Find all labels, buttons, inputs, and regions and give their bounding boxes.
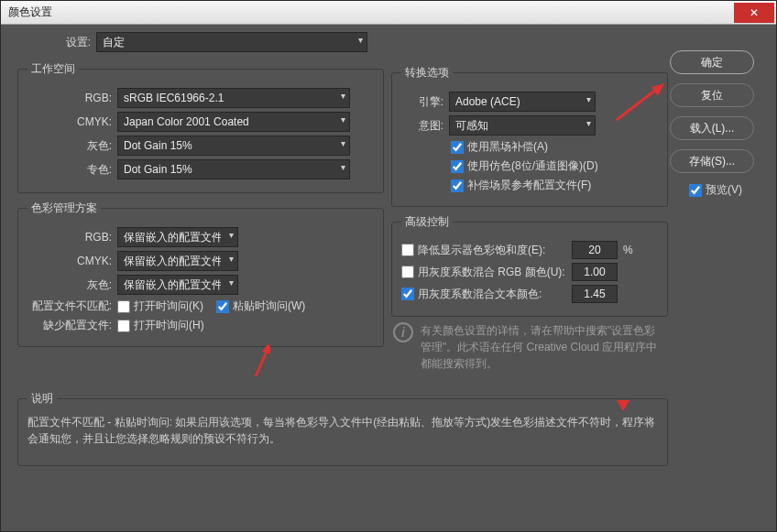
desaturate-monitor[interactable]: 降低显示器色彩饱和度(E): bbox=[401, 243, 572, 258]
pol-rgb-select[interactable]: 保留嵌入的配置文件 bbox=[117, 227, 238, 247]
engine-select[interactable]: Adobe (ACE) bbox=[449, 92, 596, 112]
right-column: 转换选项 引擎: Adobe (ACE) 意图: 可感知 使用黑场补偿(A) 使… bbox=[391, 65, 668, 377]
intent-select[interactable]: 可感知 bbox=[449, 115, 596, 136]
blend-rgb-checkbox[interactable] bbox=[401, 266, 414, 278]
blend-text-gamma[interactable]: 用灰度系数混合文本颜色: bbox=[401, 287, 572, 302]
description-text: 配置文件不匹配 - 粘贴时询问: 如果启用该选项，每当将色彩导入文件中(经由粘贴… bbox=[27, 414, 658, 447]
ask-open-mismatch[interactable]: 打开时询问(K) bbox=[117, 299, 203, 314]
desaturate-unit: % bbox=[618, 244, 633, 256]
workspace-legend: 工作空间 bbox=[27, 61, 79, 77]
description-group: 说明 配置文件不匹配 - 粘贴时询问: 如果启用该选项，每当将色彩导入文件中(经… bbox=[17, 391, 668, 466]
pol-cmyk-select[interactable]: 保留嵌入的配置文件 bbox=[117, 251, 238, 271]
color-settings-dialog: 颜色设置 ✕ 设置: 自定 工作空间 RGB: sRGB IEC61966-2.… bbox=[0, 0, 777, 532]
ws-spot-select[interactable]: Dot Gain 15% bbox=[117, 159, 350, 179]
desaturate-checkbox[interactable] bbox=[401, 244, 414, 256]
black-point-comp[interactable]: 使用黑场补偿(A) bbox=[451, 139, 548, 155]
convert-legend: 转换选项 bbox=[401, 65, 453, 81]
blend-rgb-value[interactable] bbox=[572, 263, 618, 281]
ask-paste-mismatch-checkbox[interactable] bbox=[216, 300, 229, 313]
black-point-checkbox[interactable] bbox=[451, 141, 464, 154]
side-buttons: 确定 复位 载入(L)... 存储(S)... 预览(V) bbox=[670, 50, 761, 198]
close-icon: ✕ bbox=[750, 6, 759, 19]
info-row: i 有关颜色设置的详情，请在帮助中搜索"设置色彩管理"。此术语在任何 Creat… bbox=[391, 317, 668, 377]
policy-group: 色彩管理方案 RGB: 保留嵌入的配置文件 CMYK: 保留嵌入的配置文件 灰色… bbox=[17, 201, 384, 347]
annotation-arrow-1 bbox=[250, 343, 270, 380]
preview-checkbox[interactable] bbox=[689, 184, 702, 197]
save-button[interactable]: 存储(S)... bbox=[670, 149, 754, 173]
window-title: 颜色设置 bbox=[8, 5, 734, 20]
pol-gray-select[interactable]: 保留嵌入的配置文件 bbox=[117, 275, 238, 295]
pol-rgb-label: RGB: bbox=[27, 231, 117, 244]
use-dither[interactable]: 使用仿色(8位/通道图像)(D) bbox=[451, 158, 598, 174]
description-legend: 说明 bbox=[27, 391, 57, 407]
ask-open-missing-checkbox[interactable] bbox=[117, 320, 130, 332]
ask-paste-mismatch[interactable]: 粘贴时询问(W) bbox=[216, 299, 305, 314]
convert-group: 转换选项 引擎: Adobe (ACE) 意图: 可感知 使用黑场补偿(A) 使… bbox=[391, 65, 668, 207]
desaturate-value[interactable] bbox=[572, 241, 618, 259]
ws-gray-select[interactable]: Dot Gain 15% bbox=[117, 136, 350, 156]
ask-open-mismatch-checkbox[interactable] bbox=[117, 300, 130, 313]
pol-cmyk-label: CMYK: bbox=[27, 255, 117, 267]
missing-label: 缺少配置文件: bbox=[27, 318, 117, 333]
info-text: 有关颜色设置的详情，请在帮助中搜索"设置色彩管理"。此术语在任何 Creativ… bbox=[421, 322, 666, 372]
ws-spot-label: 专色: bbox=[27, 162, 117, 178]
pol-gray-label: 灰色: bbox=[27, 277, 117, 293]
scene-ref-checkbox[interactable] bbox=[451, 179, 464, 192]
dither-checkbox[interactable] bbox=[451, 160, 464, 173]
advanced-legend: 高级控制 bbox=[401, 214, 453, 230]
engine-label: 引擎: bbox=[401, 94, 449, 110]
ws-gray-label: 灰色: bbox=[27, 138, 117, 154]
preview-toggle[interactable]: 预览(V) bbox=[689, 182, 742, 198]
ask-open-missing[interactable]: 打开时询问(H) bbox=[117, 318, 204, 333]
reset-button[interactable]: 复位 bbox=[670, 83, 754, 107]
title-bar: 颜色设置 ✕ bbox=[1, 1, 776, 25]
ok-button[interactable]: 确定 bbox=[670, 50, 754, 74]
close-button[interactable]: ✕ bbox=[734, 3, 774, 23]
load-button[interactable]: 载入(L)... bbox=[670, 116, 754, 140]
ws-cmyk-label: CMYK: bbox=[27, 115, 117, 128]
blend-rgb-gamma[interactable]: 用灰度系数混合 RGB 颜色(U): bbox=[401, 265, 572, 280]
left-column: 工作空间 RGB: sRGB IEC61966-2.1 CMYK: Japan … bbox=[17, 34, 384, 347]
dialog-content: 设置: 自定 工作空间 RGB: sRGB IEC61966-2.1 CMYK:… bbox=[10, 30, 767, 522]
svg-line-0 bbox=[256, 347, 268, 376]
ws-cmyk-select[interactable]: Japan Color 2001 Coated bbox=[117, 112, 350, 132]
policy-legend: 色彩管理方案 bbox=[27, 201, 101, 216]
blend-text-checkbox[interactable] bbox=[401, 288, 414, 300]
ws-rgb-select[interactable]: sRGB IEC61966-2.1 bbox=[117, 88, 350, 108]
mismatch-label: 配置文件不匹配: bbox=[27, 299, 117, 314]
intent-label: 意图: bbox=[401, 118, 449, 134]
workspace-group: 工作空间 RGB: sRGB IEC61966-2.1 CMYK: Japan … bbox=[17, 61, 384, 193]
blend-text-value[interactable] bbox=[572, 285, 618, 303]
advanced-group: 高级控制 降低显示器色彩饱和度(E): % 用灰度系数混合 RGB 颜色(U):… bbox=[391, 214, 668, 317]
ws-rgb-label: RGB: bbox=[27, 92, 117, 104]
scene-ref-comp[interactable]: 补偿场景参考配置文件(F) bbox=[451, 178, 591, 193]
info-icon: i bbox=[393, 322, 413, 342]
